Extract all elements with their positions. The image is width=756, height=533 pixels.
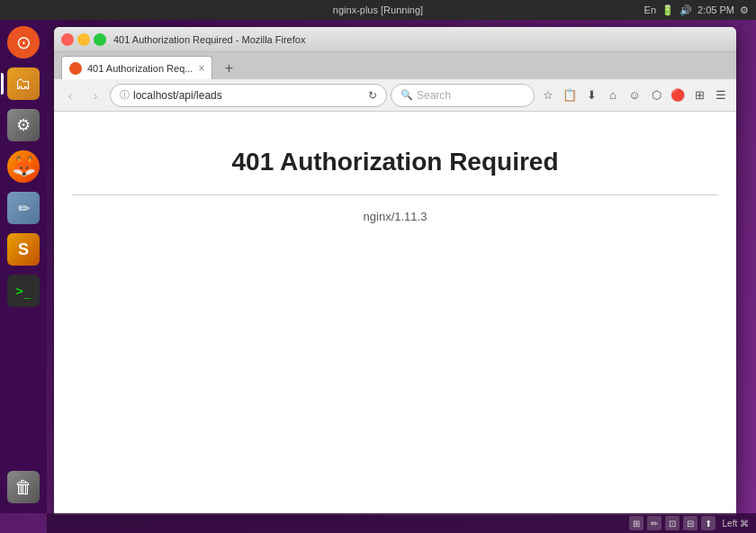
toolbar-icons: ☆ 📋 ⬇ ⌂ ☺ ⬡ 🔴 ⊞ ☰ <box>538 86 731 105</box>
launcher-item-settings[interactable]: ⚙ <box>4 106 42 144</box>
bookmark-list-button[interactable]: 📋 <box>560 86 580 105</box>
pocketcast-button[interactable]: ⬡ <box>646 86 666 105</box>
taskbar: ⊞ ✏ ⊡ ⊟ ⬆ Left ⌘ <box>47 513 756 533</box>
launcher-item-text-editor[interactable]: ✏ <box>4 189 42 227</box>
nav-bar: ‹ › ⓘ localhost/api/leads ↻ 🔍 Search ☆ 📋… <box>54 79 736 112</box>
settings-icon: ⚙ <box>7 109 40 141</box>
error-heading: 401 Authorization Required <box>231 148 558 176</box>
launcher-item-trash[interactable]: 🗑 <box>4 468 42 506</box>
window-maximize-button[interactable] <box>94 33 106 46</box>
keyboard-indicator: En <box>644 5 656 15</box>
taskbar-icon-2[interactable]: ✏ <box>647 516 662 530</box>
taskbar-icon-1[interactable]: ⊞ <box>629 516 644 530</box>
title-bar: 401 Authorization Required - Mozilla Fir… <box>54 27 736 52</box>
download-button[interactable]: ⬇ <box>581 86 601 105</box>
battery-icon: 🔋 <box>662 5 674 16</box>
system-bar-title: nginx-plus [Running] <box>333 5 423 15</box>
tab-close-button[interactable]: × <box>198 62 204 75</box>
system-bar: nginx-plus [Running] En 🔋 🔊 2:05 PM ⚙ <box>0 0 756 20</box>
tab-label: 401 Authorization Req... <box>87 63 193 74</box>
system-bar-right: En 🔋 🔊 2:05 PM ⚙ <box>644 5 749 16</box>
taskbar-icon-3[interactable]: ⊡ <box>665 516 680 530</box>
taskbar-icons: ⊞ ✏ ⊡ ⊟ ⬆ Left ⌘ <box>629 516 749 530</box>
terminal-icon: >_ <box>7 275 40 307</box>
window-controls <box>61 33 106 46</box>
forward-button[interactable]: › <box>85 85 106 106</box>
launcher-item-sublime[interactable]: S <box>4 230 42 268</box>
search-placeholder: Search <box>417 89 451 102</box>
desktop: nginx-plus [Running] En 🔋 🔊 2:05 PM ⚙ ⊙ … <box>0 0 756 533</box>
taskbar-icon-4[interactable]: ⊟ <box>683 516 698 530</box>
new-tab-button[interactable]: + <box>218 58 239 79</box>
ubuntu-icon: ⊙ <box>7 26 40 59</box>
taskbar-icon-5[interactable]: ⬆ <box>701 516 716 530</box>
launcher-item-files[interactable]: 🗂 <box>4 65 42 103</box>
clock: 2:05 PM <box>698 5 734 15</box>
menu-button[interactable]: ☰ <box>711 86 731 105</box>
lock-icon: ⓘ <box>120 88 130 102</box>
trash-icon: 🗑 <box>7 471 40 503</box>
server-version: nginx/1.11.3 <box>364 210 428 223</box>
back-button[interactable]: ‹ <box>59 85 81 106</box>
active-tab[interactable]: 401 Authorization Req... × <box>61 56 212 79</box>
text-editor-icon: ✏ <box>7 192 40 224</box>
grid-button[interactable]: ⊞ <box>689 86 709 105</box>
search-bar[interactable]: 🔍 Search <box>391 84 535 107</box>
firefox-window: 401 Authorization Required - Mozilla Fir… <box>54 27 736 515</box>
firefox-sync-button[interactable]: 🔴 <box>668 86 688 105</box>
taskbar-label: Left ⌘ <box>723 519 749 528</box>
launcher-item-terminal[interactable]: >_ <box>4 272 42 310</box>
home-button[interactable]: ⌂ <box>603 86 623 105</box>
bookmark-star-button[interactable]: ☆ <box>538 86 558 105</box>
files-icon: 🗂 <box>7 68 40 100</box>
tab-bar: 401 Authorization Req... × + <box>54 52 736 79</box>
volume-icon: 🔊 <box>680 5 692 16</box>
page-content: 401 Authorization Required nginx/1.11.3 <box>54 112 736 515</box>
error-divider <box>72 194 718 195</box>
address-text: localhost/api/leads <box>133 89 361 102</box>
window-close-button[interactable] <box>61 33 74 46</box>
tab-favicon <box>69 62 82 75</box>
launcher-item-firefox[interactable]: 🦊 <box>4 148 42 185</box>
pocket-button[interactable]: ☺ <box>625 86 644 105</box>
settings-gear-icon[interactable]: ⚙ <box>740 5 749 16</box>
address-bar[interactable]: ⓘ localhost/api/leads ↻ <box>110 84 387 107</box>
firefox-icon: 🦊 <box>7 150 40 183</box>
launcher: ⊙ 🗂 ⚙ 🦊 ✏ S >_ 🗑 <box>0 20 47 513</box>
window-title: 401 Authorization Required - Mozilla Fir… <box>113 34 729 45</box>
search-icon: 🔍 <box>400 89 413 101</box>
refresh-button[interactable]: ↻ <box>368 89 377 102</box>
launcher-item-ubuntu[interactable]: ⊙ <box>4 23 42 61</box>
sublime-icon: S <box>7 233 40 266</box>
window-minimize-button[interactable] <box>77 33 90 46</box>
